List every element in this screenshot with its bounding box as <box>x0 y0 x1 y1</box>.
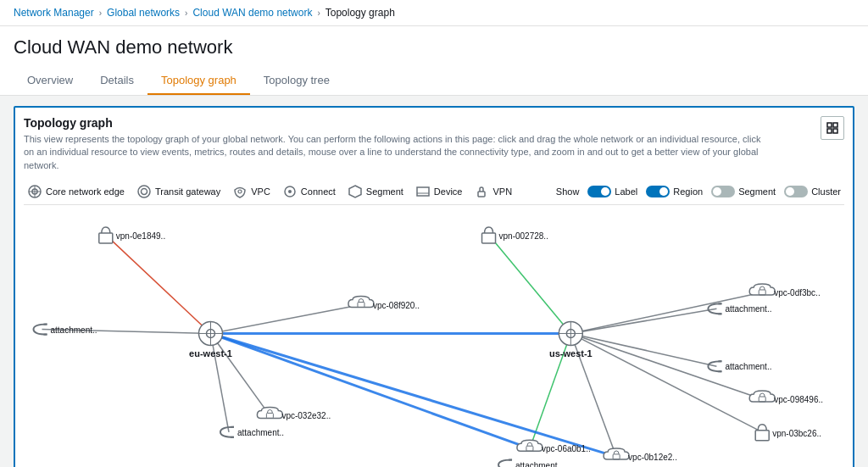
svg-line-25 <box>570 334 716 367</box>
svg-line-17 <box>106 235 211 333</box>
svg-text:vpn-0e1849..: vpn-0e1849.. <box>116 231 165 241</box>
device-icon <box>415 184 431 199</box>
topology-svg: eu-west-1us-west-1vpn-0e1849..vpn-002728… <box>24 210 844 467</box>
legend-core-label: Core network edge <box>46 186 125 197</box>
svg-line-19 <box>210 305 360 334</box>
breadcrumb-cloud-wan[interactable]: Cloud WAN demo network <box>192 7 312 19</box>
svg-text:us-west-1: us-west-1 <box>549 349 593 359</box>
segment-toggle[interactable] <box>711 186 735 197</box>
legend-transit-gateway: Transit gateway <box>136 184 220 199</box>
grid-icon <box>826 122 838 134</box>
core-network-edge-icon <box>27 184 42 199</box>
legend-bar: Core network edge Transit gateway VPC <box>24 179 844 205</box>
breadcrumb-current: Topology graph <box>326 7 395 19</box>
svg-rect-14 <box>417 187 429 196</box>
show-bar: Show Label Region Segment Cluster <box>556 186 841 197</box>
svg-text:vpc-0df3bc..: vpc-0df3bc.. <box>774 288 820 297</box>
topology-panel: Topology graph This view represents the … <box>14 106 854 467</box>
legend-connect-label: Connect <box>301 186 336 197</box>
svg-line-23 <box>489 235 571 333</box>
region-toggle-group: Region <box>646 186 703 197</box>
cluster-toggle-group: Cluster <box>784 186 841 197</box>
svg-text:vpn-03bc26..: vpn-03bc26.. <box>772 429 821 438</box>
page-title: Cloud WAN demo network <box>14 36 854 58</box>
legend-segment-label: Segment <box>366 186 403 197</box>
svg-line-24 <box>570 309 716 334</box>
transit-gateway-icon <box>136 184 152 199</box>
breadcrumb: Network Manager › Global networks › Clou… <box>0 0 868 26</box>
show-label: Show <box>556 186 580 197</box>
connect-icon <box>282 184 298 199</box>
svg-point-10 <box>238 190 242 193</box>
legend-vpn: VPN <box>474 184 512 199</box>
tab-overview[interactable]: Overview <box>14 67 86 95</box>
tab-details[interactable]: Details <box>86 67 147 95</box>
svg-rect-74 <box>755 431 769 441</box>
region-toggle-label: Region <box>673 186 703 197</box>
label-toggle-label: Label <box>615 186 637 197</box>
svg-text:vpc-08f920..: vpc-08f920.. <box>373 301 420 310</box>
legend-core-network-edge: Core network edge <box>27 184 125 199</box>
tab-topology-graph[interactable]: Topology graph <box>147 67 250 95</box>
topology-canvas[interactable]: eu-west-1us-west-1vpn-0e1849..vpn-002728… <box>24 210 844 467</box>
legend-segment: Segment <box>348 184 403 199</box>
svg-text:attachment..: attachment.. <box>237 428 284 437</box>
legend-vpn-label: VPN <box>492 186 512 197</box>
segment-toggle-group: Segment <box>711 186 776 197</box>
svg-text:vpc-032e32..: vpc-032e32.. <box>281 412 331 421</box>
svg-text:attachment..: attachment.. <box>51 325 97 335</box>
svg-text:vpc-0b12e2..: vpc-0b12e2.. <box>628 453 677 462</box>
svg-text:eu-west-1: eu-west-1 <box>189 349 232 359</box>
svg-text:attachment..: attachment.. <box>725 362 771 371</box>
breadcrumb-network-manager[interactable]: Network Manager <box>14 7 94 19</box>
grid-button[interactable] <box>821 116 844 140</box>
segment-icon <box>348 184 363 199</box>
breadcrumb-sep-2: › <box>185 8 187 18</box>
svg-rect-1 <box>833 123 837 127</box>
svg-rect-43 <box>99 233 113 243</box>
svg-text:attachment..: attachment.. <box>725 305 771 314</box>
panel-description: This view represents the topology graph … <box>24 133 762 172</box>
vpn-icon <box>474 184 489 199</box>
segment-toggle-label: Segment <box>738 186 776 197</box>
svg-text:vpc-06a0b1..: vpc-06a0b1.. <box>542 444 591 453</box>
breadcrumb-global-networks[interactable]: Global networks <box>107 7 180 19</box>
legend-device: Device <box>415 184 463 199</box>
breadcrumb-sep-1: › <box>99 8 102 18</box>
svg-text:vpn-002728..: vpn-002728.. <box>499 231 548 241</box>
svg-text:vpc-098496..: vpc-098496.. <box>774 395 823 404</box>
svg-marker-13 <box>349 186 361 197</box>
label-toggle[interactable] <box>587 186 611 197</box>
legend-vpc: VPC <box>232 184 270 199</box>
svg-rect-2 <box>827 129 832 133</box>
svg-point-12 <box>288 190 292 193</box>
panel-title: Topology graph <box>24 116 844 130</box>
svg-rect-45 <box>482 233 496 243</box>
breadcrumb-sep-3: › <box>317 8 320 18</box>
legend-vpc-label: VPC <box>251 186 270 197</box>
vpc-icon <box>232 184 248 199</box>
svg-point-8 <box>138 186 150 197</box>
main-content: Topology graph This view represents the … <box>0 96 868 467</box>
legend-device-label: Device <box>434 186 463 197</box>
tab-topology-tree[interactable]: Topology tree <box>250 67 343 95</box>
svg-text:attachment..: attachment.. <box>515 461 562 467</box>
svg-rect-16 <box>478 192 485 197</box>
svg-line-20 <box>210 334 270 416</box>
tab-bar: Overview Details Topology graph Topology… <box>14 67 854 95</box>
svg-point-9 <box>141 189 147 195</box>
page-header: Cloud WAN demo network Overview Details … <box>0 26 868 96</box>
legend-transit-label: Transit gateway <box>155 186 220 197</box>
svg-rect-3 <box>833 129 837 133</box>
cluster-toggle[interactable] <box>784 186 808 197</box>
region-toggle[interactable] <box>646 186 670 197</box>
legend-connect: Connect <box>282 184 336 199</box>
svg-rect-0 <box>827 123 832 127</box>
cluster-toggle-label: Cluster <box>811 186 841 197</box>
label-toggle-group: Label <box>587 186 637 197</box>
svg-line-28 <box>570 334 762 432</box>
